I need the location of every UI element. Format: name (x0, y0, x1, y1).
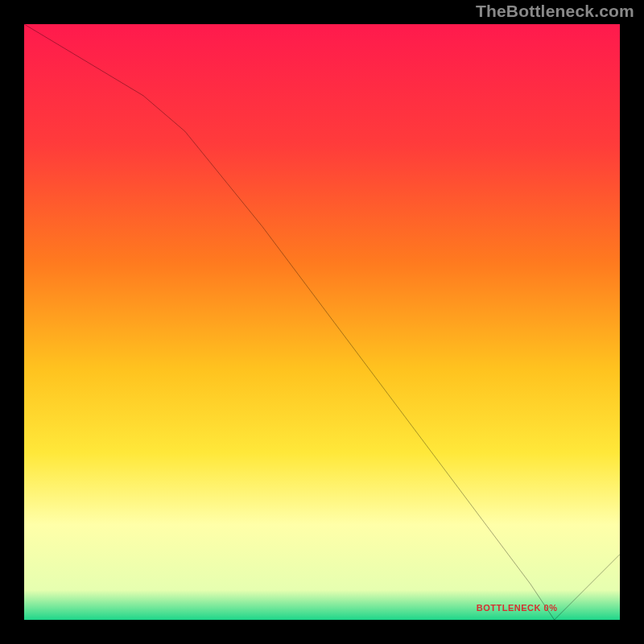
bottleneck-curve (24, 24, 620, 620)
plot-area: BOTTLENECK 0% (24, 24, 620, 620)
watermark-text: TheBottleneck.com (476, 2, 634, 21)
min-bottleneck-annotation: BOTTLENECK 0% (477, 603, 558, 613)
chart-frame: TheBottleneck.com BOTTLENECK 0% (0, 0, 644, 644)
